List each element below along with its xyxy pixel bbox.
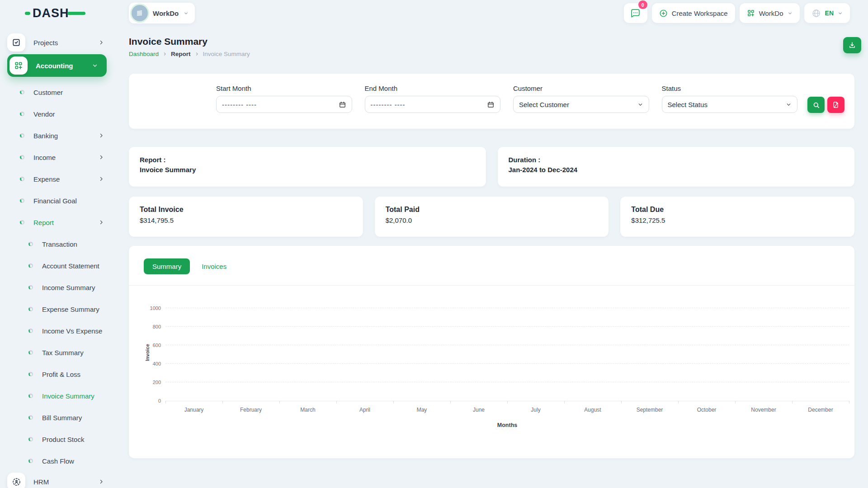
sidebar-item-label: Transaction bbox=[42, 240, 77, 248]
apply-filter-button[interactable] bbox=[807, 97, 825, 113]
create-workspace-button[interactable]: Create Workspace bbox=[652, 3, 735, 23]
bullet-dot-icon bbox=[20, 133, 24, 138]
bullet-dot-icon bbox=[28, 285, 33, 290]
status-select[interactable]: Select Status bbox=[662, 96, 798, 113]
total-invoice-value: $314,795.5 bbox=[140, 216, 352, 224]
download-button[interactable] bbox=[843, 37, 861, 53]
bullet-dot-icon bbox=[28, 437, 33, 441]
sidebar-item-projects[interactable]: Projects bbox=[7, 33, 117, 52]
x-axis-tick bbox=[564, 401, 565, 404]
x-tick-label: April bbox=[336, 407, 393, 413]
logo-accent-bar-icon bbox=[25, 12, 30, 15]
tab-invoices[interactable]: Invoices bbox=[202, 263, 226, 270]
sidebar-item-report[interactable]: Report bbox=[7, 211, 117, 233]
bullet-dot-icon bbox=[20, 177, 24, 181]
x-tick-label: March bbox=[279, 407, 336, 413]
tab-summary[interactable]: Summary bbox=[144, 258, 190, 274]
total-paid-value: $2,070.0 bbox=[386, 216, 598, 224]
y-tick-label: 200 bbox=[153, 380, 161, 385]
sidebar-item-income-summary[interactable]: Income Summary bbox=[7, 277, 117, 298]
customer-select[interactable]: Select Customer bbox=[513, 96, 649, 113]
x-axis-tick bbox=[222, 401, 223, 404]
x-tick-label: August bbox=[564, 407, 621, 413]
sidebar-item-label: Invoice Summary bbox=[42, 392, 94, 400]
search-icon bbox=[812, 101, 820, 109]
status-field: Status Select Status bbox=[662, 84, 798, 129]
bullet-dot-icon bbox=[28, 328, 33, 333]
customer-field: Customer Select Customer bbox=[513, 84, 649, 129]
bullet-dot-icon bbox=[28, 394, 33, 398]
clear-filter-icon bbox=[832, 101, 840, 108]
sidebar-item-label: Financial Goal bbox=[33, 197, 77, 205]
workdo-menu-button[interactable]: WorkDo bbox=[740, 3, 800, 23]
bullet-dot-icon bbox=[28, 263, 33, 268]
sidebar-item-vendor[interactable]: Vendor bbox=[7, 103, 117, 125]
sidebar-item-bill-summary[interactable]: Bill Summary bbox=[7, 407, 117, 428]
sidebar-item-accounting[interactable]: Accounting bbox=[7, 54, 107, 77]
chevron-right-icon bbox=[99, 479, 104, 484]
sidebar-item-transaction[interactable]: Transaction bbox=[7, 233, 117, 255]
bullet-dot-icon bbox=[20, 198, 24, 203]
x-axis-tick bbox=[393, 401, 394, 404]
x-tick-label: January bbox=[165, 407, 222, 413]
sidebar-item-label: Accounting bbox=[36, 62, 73, 70]
messages-button[interactable]: 0 bbox=[624, 3, 647, 23]
x-axis-tick bbox=[621, 401, 622, 404]
start-month-placeholder: -------- ---- bbox=[222, 101, 257, 108]
bullet-dot-icon bbox=[28, 372, 33, 376]
breadcrumb-dashboard-link[interactable]: Dashboard bbox=[129, 51, 159, 57]
bullet-dot-icon bbox=[28, 350, 33, 355]
language-code: EN bbox=[825, 9, 834, 17]
sidebar-item-product-stock[interactable]: Product Stock bbox=[7, 428, 117, 450]
x-axis-title: Months bbox=[165, 422, 849, 428]
create-workspace-label: Create Workspace bbox=[672, 9, 728, 17]
sidebar-item-profit-loss[interactable]: Profit & Loss bbox=[7, 363, 117, 385]
sidebar-item-income-vs-expense[interactable]: Income Vs Expense bbox=[7, 320, 117, 342]
bullet-dot-icon bbox=[28, 242, 33, 246]
start-month-field: Start Month -------- ---- bbox=[216, 84, 352, 129]
chevron-down-icon bbox=[786, 102, 792, 108]
sidebar-item-label: Expense Summary bbox=[42, 305, 99, 313]
customer-label: Customer bbox=[513, 84, 649, 92]
filter-actions bbox=[807, 97, 844, 113]
x-axis-tick bbox=[735, 401, 736, 404]
circle-plus-icon bbox=[659, 9, 668, 18]
totals-row: Total Invoice $314,795.5 Total Paid $2,0… bbox=[129, 197, 854, 237]
y-tick-label: 1000 bbox=[150, 305, 161, 311]
sidebar-item-income[interactable]: Income bbox=[7, 146, 117, 168]
chevron-right-icon bbox=[195, 52, 199, 56]
logo-text: DASH bbox=[33, 7, 69, 19]
x-axis-labels: JanuaryFebruaryMarchAprilMayJuneJulyAugu… bbox=[165, 407, 849, 413]
end-month-field: End Month -------- ---- bbox=[365, 84, 501, 129]
grid-plus-icon bbox=[747, 9, 755, 17]
sidebar-item-expense-summary[interactable]: Expense Summary bbox=[7, 298, 117, 320]
sidebar-item-account-statement[interactable]: Account Statement bbox=[7, 255, 117, 277]
chevron-right-icon bbox=[99, 155, 104, 160]
sidebar-item-hrm[interactable]: HRM bbox=[7, 472, 117, 488]
workspace-selector[interactable]: WorkDo bbox=[129, 3, 195, 23]
status-label: Status bbox=[662, 84, 798, 92]
chevron-right-icon bbox=[163, 52, 167, 56]
language-button[interactable]: EN bbox=[804, 3, 850, 23]
start-month-label: Start Month bbox=[216, 84, 352, 92]
start-month-input[interactable]: -------- ---- bbox=[216, 96, 352, 113]
sidebar-item-tax-summary[interactable]: Tax Summary bbox=[7, 342, 117, 363]
end-month-input[interactable]: -------- ---- bbox=[365, 96, 501, 113]
bullet-dot-icon bbox=[20, 90, 24, 94]
sidebar-item-invoice-summary[interactable]: Invoice Summary bbox=[7, 385, 117, 407]
dash-logo-mark: DASH bbox=[25, 7, 85, 19]
breadcrumb-report-link[interactable]: Report bbox=[171, 51, 191, 57]
sidebar-item-customer[interactable]: Customer bbox=[7, 81, 117, 103]
sidebar-item-label: HRM bbox=[33, 478, 49, 486]
calendar-icon bbox=[487, 101, 495, 108]
reset-filter-button[interactable] bbox=[827, 97, 844, 113]
status-select-value: Select Status bbox=[668, 101, 708, 108]
sidebar-item-expense[interactable]: Expense bbox=[7, 168, 117, 190]
chart-card: Summary Invoices Invoice 020040060080010… bbox=[129, 246, 854, 458]
sidebar-item-banking[interactable]: Banking bbox=[7, 125, 117, 146]
workspace-name: WorkDo bbox=[153, 9, 179, 17]
sidebar-item-financial-goal[interactable]: Financial Goal bbox=[7, 190, 117, 211]
filter-card: Start Month -------- ---- End Month ----… bbox=[129, 74, 854, 129]
sidebar-item-cash-flow[interactable]: Cash Flow bbox=[7, 450, 117, 472]
total-due-label: Total Due bbox=[631, 206, 844, 214]
